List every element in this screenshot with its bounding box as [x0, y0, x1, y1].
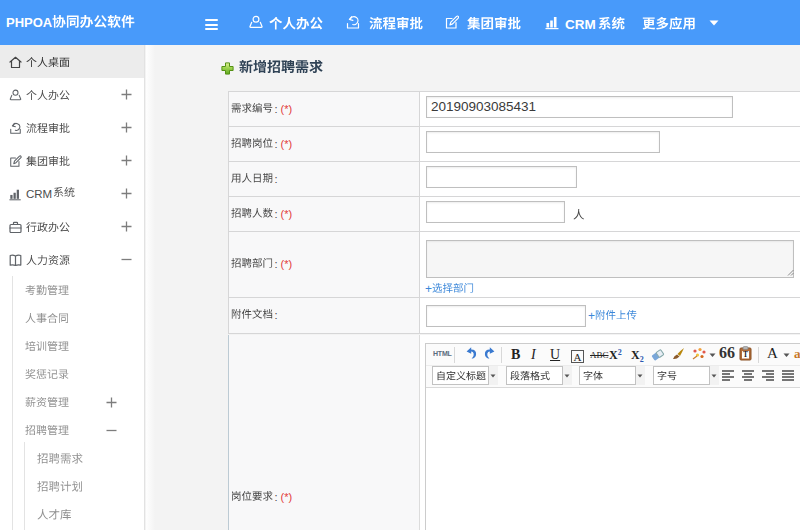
svg-text:T: T — [743, 350, 748, 359]
